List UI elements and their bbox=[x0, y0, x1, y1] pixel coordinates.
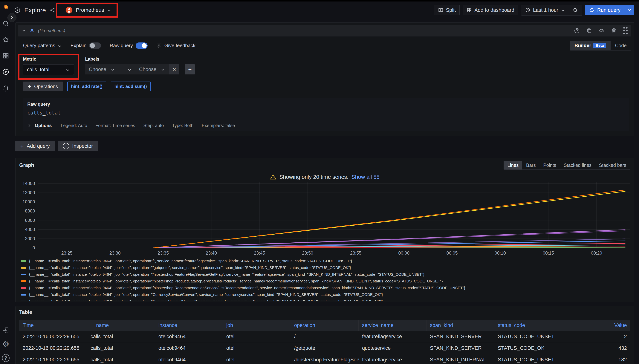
help-icon[interactable] bbox=[574, 28, 580, 34]
settings-gear-icon[interactable]: ⚙ bbox=[2, 340, 10, 348]
graph-mode-points[interactable]: Points bbox=[540, 161, 560, 170]
legend-item[interactable]: {__name__="calls_total", instance="otelc… bbox=[21, 278, 630, 284]
query-patterns-dropdown[interactable]: Query patterns bbox=[23, 43, 62, 48]
table-column-header[interactable]: Time bbox=[19, 320, 87, 331]
y-tick-label: 2000 bbox=[25, 236, 35, 241]
table-column-header[interactable]: span_kind bbox=[426, 320, 494, 331]
table-cell: quoteservice bbox=[358, 342, 426, 354]
remove-label-filter-button[interactable]: × bbox=[169, 64, 180, 74]
legend-item[interactable]: {__name__="calls_total", instance="otelc… bbox=[21, 271, 630, 278]
table-column-header[interactable]: operation bbox=[291, 320, 359, 331]
graph-mode-stacked-lines[interactable]: Stacked lines bbox=[560, 161, 595, 170]
share-icon[interactable] bbox=[50, 7, 55, 13]
sign-in-icon[interactable] bbox=[2, 326, 10, 334]
x-tick-label: 23:30 bbox=[106, 250, 124, 256]
explore-compass-icon[interactable] bbox=[2, 68, 10, 76]
table-cell: STATUS_CODE_OK bbox=[494, 342, 562, 354]
help-icon[interactable]: ? bbox=[2, 354, 10, 362]
label-value-select[interactable]: Choose bbox=[135, 64, 169, 74]
time-range-button[interactable]: Last 1 hour bbox=[521, 5, 569, 15]
graph-legend: {__name__="calls_total", instance="otelc… bbox=[19, 258, 630, 301]
table-grid: Time__name__instancejoboperationservice_… bbox=[19, 320, 630, 364]
table-cell: otelcol:9464 bbox=[155, 354, 223, 364]
table-cell: otel bbox=[223, 354, 291, 364]
table-column-header[interactable]: __name__ bbox=[87, 320, 155, 331]
datasource-picker[interactable]: Prometheus bbox=[62, 5, 115, 15]
legend-item[interactable]: {__name__="calls_total", instance="otelc… bbox=[21, 291, 630, 298]
table-column-header[interactable]: instance bbox=[155, 320, 223, 331]
explain-toggle[interactable]: Explain bbox=[70, 42, 101, 49]
legend-item[interactable]: {__name__="calls_total", instance="otelc… bbox=[21, 284, 630, 291]
drag-handle-icon[interactable] bbox=[623, 27, 628, 34]
add-query-button[interactable]: + Add query bbox=[15, 141, 54, 151]
operations-row: + Operations hint: add rate()hint: add s… bbox=[23, 82, 631, 91]
options-row[interactable]: Options Legend: AutoFormat: Time seriesS… bbox=[23, 120, 629, 131]
table-column-header[interactable]: Value bbox=[562, 320, 630, 331]
legend-swatch-icon bbox=[21, 267, 26, 268]
hint-button[interactable]: hint: add sum() bbox=[111, 82, 150, 91]
top-strip bbox=[0, 0, 639, 2]
plus-icon: + bbox=[20, 143, 24, 150]
option-summary-item: Exemplars: false bbox=[202, 123, 235, 128]
table-cell: STATUS_CODE_UNSET bbox=[494, 331, 562, 342]
alerting-bell-icon[interactable] bbox=[2, 84, 10, 92]
legend-swatch-icon bbox=[21, 274, 26, 275]
zoom-out-button[interactable] bbox=[569, 5, 582, 15]
star-icon[interactable] bbox=[2, 36, 10, 44]
graph-mode-stacked-bars[interactable]: Stacked bars bbox=[595, 161, 630, 170]
run-query-button[interactable]: Run query bbox=[585, 5, 634, 15]
legend-item[interactable]: {__name__="calls_total", instance="otelc… bbox=[21, 258, 630, 264]
chart-area: 02000400060008000100001200014000 bbox=[19, 182, 630, 249]
legend-item-partial[interactable]: {__name__="calls_total", instance="otelc… bbox=[21, 298, 630, 301]
search-icon[interactable] bbox=[2, 20, 10, 27]
legend-label: {__name__="calls_total", instance="otelc… bbox=[29, 266, 351, 270]
legend-swatch-icon bbox=[21, 260, 26, 262]
toggle-off-icon bbox=[89, 42, 101, 49]
plot-area[interactable] bbox=[38, 182, 630, 249]
run-query-dropdown[interactable] bbox=[624, 5, 634, 15]
code-tab[interactable]: Code bbox=[610, 41, 631, 50]
x-tick-label: 00:05 bbox=[443, 250, 462, 256]
raw-query-value: calls_total bbox=[27, 110, 625, 116]
graph-panel: Graph LinesBarsPointsStacked linesStacke… bbox=[15, 158, 634, 302]
legend-swatch-icon bbox=[21, 294, 26, 296]
y-tick-label: 14000 bbox=[22, 181, 35, 186]
options-summary: Legend: AutoFormat: Time seriesStep: aut… bbox=[61, 123, 235, 128]
trash-icon[interactable] bbox=[611, 28, 617, 34]
table-cell: 2022-10-16 00:22:29.655 bbox=[19, 354, 87, 364]
dashboards-icon[interactable] bbox=[2, 52, 10, 60]
label-operator-select[interactable]: = bbox=[119, 64, 135, 74]
graph-mode-bars[interactable]: Bars bbox=[522, 161, 539, 170]
header-right: Split Add to dashboard Last 1 hour Run q… bbox=[434, 5, 634, 16]
eye-icon[interactable] bbox=[598, 28, 604, 34]
duplicate-icon[interactable] bbox=[586, 28, 592, 34]
legend-item[interactable]: {__name__="calls_total", instance="otelc… bbox=[21, 264, 630, 271]
metric-select[interactable]: calls_total bbox=[23, 64, 74, 75]
table-column-header[interactable]: service_name bbox=[358, 320, 426, 331]
query-row-header[interactable]: A (Prometheus) bbox=[18, 25, 631, 36]
raw-query-toggle[interactable]: Raw query bbox=[110, 42, 148, 49]
add-label-filter-button[interactable]: + bbox=[185, 64, 195, 74]
table-cell: calls_total bbox=[87, 331, 155, 342]
x-axis-labels: 23:2523:3023:3523:4023:4523:5023:5500:00… bbox=[38, 249, 630, 257]
show-all-link[interactable]: Show all 55 bbox=[352, 174, 380, 180]
split-button[interactable]: Split bbox=[434, 5, 460, 15]
option-summary-item: Step: auto bbox=[143, 123, 164, 128]
add-to-dashboard-button[interactable]: Add to dashboard bbox=[462, 5, 518, 15]
builder-tab[interactable]: Builder Beta bbox=[570, 41, 610, 50]
inspector-button[interactable]: i Inspector bbox=[58, 141, 98, 151]
table-cell: SPAN_KIND_INTERNAL bbox=[426, 354, 494, 364]
sidebar-expand-button[interactable] bbox=[8, 13, 16, 22]
metric-labels-row: Metric calls_total Labels Choose bbox=[23, 56, 631, 75]
legend-label: {__name__="calls_total", instance="otelc… bbox=[29, 299, 383, 301]
legend-label: {__name__="calls_total", instance="otelc… bbox=[29, 286, 465, 290]
grafana-logo-icon[interactable] bbox=[2, 4, 10, 11]
table-column-header[interactable]: status_code bbox=[494, 320, 562, 331]
graph-mode-lines[interactable]: Lines bbox=[504, 161, 522, 170]
table-column-header[interactable]: job bbox=[223, 320, 291, 331]
give-feedback-button[interactable]: Give feedback bbox=[156, 43, 196, 48]
table-title: Table bbox=[19, 310, 630, 315]
operations-button[interactable]: + Operations bbox=[23, 82, 63, 91]
label-key-select[interactable]: Choose bbox=[85, 64, 118, 74]
hint-button[interactable]: hint: add rate() bbox=[67, 82, 106, 91]
